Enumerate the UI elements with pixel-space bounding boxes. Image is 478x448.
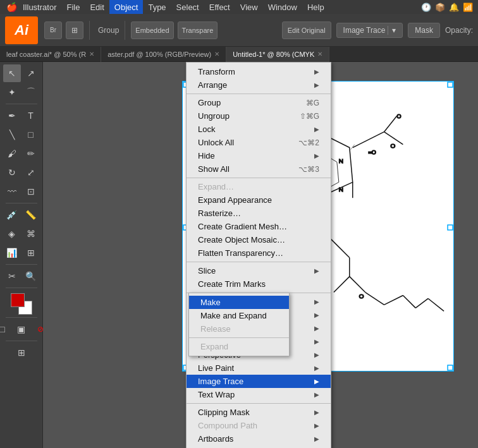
menu-hide[interactable]: Hide ▶ — [187, 149, 331, 162]
menu-expand-appearance[interactable]: Expand Appearance — [187, 193, 331, 207]
zoom-tool[interactable]: 🔍 — [22, 267, 40, 285]
tab-untitled-label: Untitled-1* @ 80% (CMYK — [233, 51, 314, 58]
menu-create-trim-marks-label: Create Trim Marks — [198, 279, 266, 289]
image-trace-submenu: Make Make and Expand Release Expand — [188, 293, 290, 356]
menu-rasterize[interactable]: Rasterize… — [187, 207, 331, 220]
menu-group-label: Group — [198, 98, 221, 107]
menu-text-wrap[interactable]: Text Wrap ▶ — [187, 388, 331, 401]
direct-select-tool[interactable]: ↗ — [22, 64, 40, 82]
menu-edit[interactable]: Edit — [85, 0, 109, 14]
menu-slice[interactable]: Slice ▶ — [187, 264, 331, 277]
menu-live-paint-label: Live Paint — [198, 363, 234, 373]
menu-clipping-mask[interactable]: Clipping Mask ▶ — [187, 406, 331, 419]
menu-live-paint[interactable]: Live Paint ▶ — [187, 361, 331, 375]
app-logo: Ai — [5, 16, 38, 44]
submenu-make[interactable]: Make — [189, 296, 289, 309]
slice-tool[interactable]: ✂ — [3, 267, 21, 285]
tool-separator-3 — [6, 264, 37, 265]
pencil-tool[interactable]: ✏ — [22, 145, 40, 162]
tab-leaf-label: leaf coaster.ai* @ 50% (R — [6, 51, 86, 58]
tab-leaf-close[interactable]: ✕ — [89, 51, 94, 58]
menu-create-object-mosaic[interactable]: Create Object Mosaic… — [187, 233, 331, 246]
menu-file[interactable]: File — [61, 0, 85, 14]
scale-tool[interactable]: ⤢ — [22, 164, 40, 181]
menu-lock[interactable]: Lock ▶ — [187, 123, 331, 136]
color-selector[interactable] — [11, 293, 32, 315]
fill-mode[interactable]: □ — [0, 320, 11, 338]
menu-arrange[interactable]: Arrange ▶ — [187, 78, 331, 92]
submenu-make-and-expand[interactable]: Make and Expand — [189, 309, 289, 322]
svg-text:N: N — [339, 186, 343, 193]
tab-aster-close[interactable]: ✕ — [214, 51, 219, 58]
menu-graph[interactable]: Graph ▶ — [187, 445, 331, 448]
rotate-tool[interactable]: ↻ — [3, 164, 21, 181]
menu-flatten-transparency[interactable]: Flatten Transparency… — [187, 246, 331, 260]
tab-untitled-close[interactable]: ✕ — [317, 51, 322, 58]
submenu-sep — [189, 337, 289, 338]
menu-unlock-all[interactable]: Unlock All ⌥⌘2 — [187, 136, 331, 149]
menu-image-trace[interactable]: Image Trace ▶ — [187, 375, 331, 388]
eyedropper-tool[interactable]: 💉 — [3, 206, 21, 224]
menu-window[interactable]: Window — [263, 0, 302, 14]
mask-button[interactable]: Mask — [408, 23, 440, 38]
column-graph-tool[interactable]: 📊 — [3, 244, 21, 262]
menu-show-all-shortcut: ⌥⌘3 — [298, 165, 319, 174]
main-area: ↖ ↗ ✦ ⌒ ✒ T ╲ □ 🖌 ✏ ↻ ⤢ 〰 ⊡ 💉 — [0, 62, 478, 448]
lasso-tool[interactable]: ⌒ — [22, 83, 40, 101]
blend-tool[interactable]: ◈ — [3, 225, 21, 243]
menu-object[interactable]: Object — [109, 0, 144, 14]
menu-sep-2 — [187, 178, 331, 178]
pen-tool[interactable]: ✒ — [3, 107, 21, 124]
gradient-mode[interactable]: ▣ — [13, 320, 30, 338]
image-trace-button[interactable]: Image Trace ▾ — [336, 23, 403, 38]
measure-tool[interactable]: 📏 — [22, 206, 40, 224]
menu-view[interactable]: View — [235, 0, 263, 14]
menu-transform-label: Transform — [198, 67, 235, 76]
menu-unlock-all-label: Unlock All — [198, 138, 234, 147]
menu-ungroup[interactable]: Ungroup ⇧⌘G — [187, 109, 331, 123]
menu-type[interactable]: Type — [143, 0, 171, 14]
paintbrush-tool[interactable]: 🖌 — [3, 145, 21, 162]
magic-wand-tool[interactable]: ✦ — [3, 83, 21, 101]
menu-group[interactable]: Group ⌘G — [187, 96, 331, 109]
menu-transform[interactable]: Transform ▶ — [187, 65, 331, 78]
menu-select[interactable]: Select — [171, 0, 204, 14]
menu-show-all[interactable]: Show All ⌥⌘3 — [187, 162, 331, 176]
toolbar-right: Edit Original Image Trace ▾ Mask Opacity… — [282, 21, 473, 39]
view-toggle[interactable]: ⊞ — [66, 21, 83, 39]
menu-create-gradient-mesh[interactable]: Create Gradient Mesh… — [187, 220, 331, 233]
menu-artboards[interactable]: Artboards ▶ — [187, 432, 331, 445]
menu-create-object-mosaic-label: Create Object Mosaic… — [198, 235, 285, 245]
menu-illustrator[interactable]: Illustrator — [18, 0, 61, 14]
artboard-tool[interactable]: ⊞ — [22, 244, 40, 262]
tab-leaf[interactable]: leaf coaster.ai* @ 50% (R ✕ — [0, 47, 101, 62]
type-tool[interactable]: T — [22, 107, 40, 124]
menu-clipping-mask-label: Clipping Mask — [198, 408, 250, 417]
menu-effect[interactable]: Effect — [204, 0, 235, 14]
menu-help[interactable]: Help — [302, 0, 329, 14]
foreground-color-box[interactable] — [11, 293, 25, 307]
submenu-expand-label: Expand — [200, 342, 228, 351]
edit-original-button[interactable]: Edit Original — [282, 21, 331, 39]
rectangle-tool[interactable]: □ — [22, 126, 40, 143]
symbol-tool[interactable]: ⌘ — [22, 225, 40, 243]
menu-show-all-label: Show All — [198, 164, 230, 174]
tool-separator-2 — [6, 203, 37, 203]
svg-text:N: N — [339, 157, 343, 164]
apple-menu[interactable]: 🍎 — [5, 0, 18, 14]
svg-text:=O: =O — [369, 149, 376, 155]
svg-text:O: O — [396, 113, 401, 119]
screen-mode[interactable]: ⊞ — [13, 344, 30, 361]
tab-untitled[interactable]: Untitled-1* @ 80% (CMYK ✕ — [226, 47, 329, 62]
bridge-button[interactable]: Br — [44, 21, 62, 39]
line-tool[interactable]: ╲ — [3, 126, 21, 143]
free-transform-tool[interactable]: ⊡ — [22, 183, 40, 200]
submenu-make-and-expand-label: Make and Expand — [200, 311, 267, 320]
select-tool[interactable]: ↖ — [3, 64, 21, 82]
menu-hide-arrow: ▶ — [314, 152, 319, 159]
warp-tool[interactable]: 〰 — [3, 183, 21, 200]
menu-create-trim-marks[interactable]: Create Trim Marks — [187, 277, 331, 291]
tab-aster[interactable]: aster.pdf @ 100% (RGB/Preview) ✕ — [101, 47, 226, 62]
trace-dropdown-arrow[interactable]: ▾ — [388, 26, 396, 35]
menu-transform-arrow: ▶ — [314, 68, 319, 75]
